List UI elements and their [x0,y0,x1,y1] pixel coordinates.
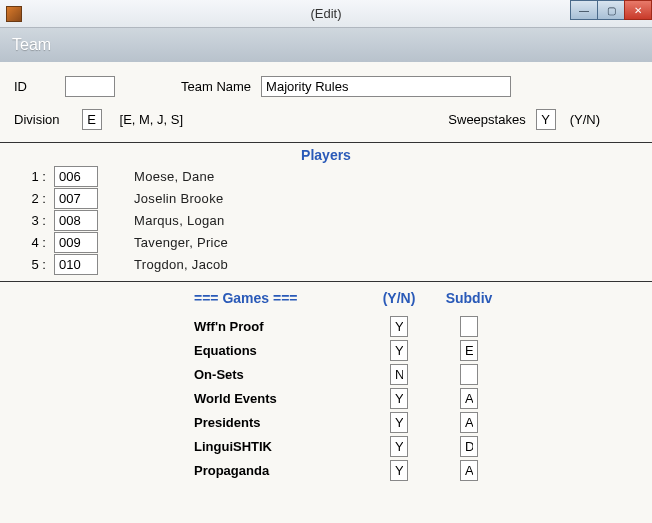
window-controls: — ▢ ✕ [571,0,652,20]
window-title: (Edit) [310,6,341,21]
player-index: 2 : [14,191,54,206]
game-yn-input[interactable] [390,460,408,481]
id-input[interactable] [65,76,115,97]
game-yn-input[interactable] [390,412,408,433]
sweepstakes-input[interactable] [536,109,556,130]
player-name: Moese, Dane [134,169,215,184]
section-title: Team [0,28,652,62]
game-yn-input[interactable] [390,316,408,337]
player-name: Joselin Brooke [134,191,223,206]
player-id-input[interactable] [54,188,98,209]
maximize-button[interactable]: ▢ [597,0,625,20]
game-subdiv-input[interactable] [460,340,478,361]
game-row: Equations [0,338,652,362]
subdiv-col-heading: Subdiv [434,290,504,306]
game-subdiv-input[interactable] [460,388,478,409]
division-input[interactable] [82,109,102,130]
player-id-input[interactable] [54,254,98,275]
row-id-teamname: ID Team Name [14,76,638,97]
titlebar: (Edit) — ▢ ✕ [0,0,652,28]
game-yn-input[interactable] [390,436,408,457]
minimize-button[interactable]: — [570,0,598,20]
app-icon [6,6,22,22]
row-division-sweeps: Division [E, M, J, S] Sweepstakes (Y/N) [14,109,638,130]
team-name-input[interactable] [261,76,511,97]
games-header-row: === Games === (Y/N) Subdiv [0,290,652,306]
game-name: Wff'n Proof [194,319,364,334]
players-list: 1 : Moese, Dane 2 : Joselin Brooke 3 : M… [0,165,652,281]
division-label: Division [14,112,60,127]
players-heading: Players [0,147,652,163]
game-row: World Events [0,386,652,410]
player-row: 4 : Tavenger, Price [14,231,638,253]
separator [0,142,652,143]
close-button[interactable]: ✕ [624,0,652,20]
game-row: On-Sets [0,362,652,386]
game-subdiv-input[interactable] [460,460,478,481]
game-yn-input[interactable] [390,340,408,361]
game-row: LinguiSHTIK [0,434,652,458]
game-yn-input[interactable] [390,388,408,409]
player-name: Tavenger, Price [134,235,228,250]
player-row: 5 : Trogdon, Jacob [14,253,638,275]
game-name: World Events [194,391,364,406]
player-name: Marqus, Logan [134,213,225,228]
game-subdiv-input[interactable] [460,412,478,433]
player-index: 4 : [14,235,54,250]
form-content: ID Team Name Division [E, M, J, S] Sweep… [0,62,652,130]
player-index: 5 : [14,257,54,272]
game-name: On-Sets [194,367,364,382]
game-row: Propaganda [0,458,652,482]
player-name: Trogdon, Jacob [134,257,228,272]
player-id-input[interactable] [54,210,98,231]
game-name: Equations [194,343,364,358]
game-yn-input[interactable] [390,364,408,385]
games-heading: === Games === [194,290,364,306]
game-subdiv-input[interactable] [460,316,478,337]
player-id-input[interactable] [54,232,98,253]
game-name: Propaganda [194,463,364,478]
team-name-label: Team Name [181,79,251,94]
player-row: 3 : Marqus, Logan [14,209,638,231]
game-name: LinguiSHTIK [194,439,364,454]
player-index: 3 : [14,213,54,228]
game-subdiv-input[interactable] [460,436,478,457]
id-label: ID [14,79,27,94]
games-block: === Games === (Y/N) Subdiv Wff'n Proof E… [0,282,652,482]
game-subdiv-input[interactable] [460,364,478,385]
sweepstakes-hint: (Y/N) [570,112,600,127]
player-row: 2 : Joselin Brooke [14,187,638,209]
yn-col-heading: (Y/N) [364,290,434,306]
game-name: Presidents [194,415,364,430]
division-hint: [E, M, J, S] [120,112,184,127]
player-id-input[interactable] [54,166,98,187]
player-index: 1 : [14,169,54,184]
game-row: Presidents [0,410,652,434]
sweepstakes-label: Sweepstakes [448,112,525,127]
game-row: Wff'n Proof [0,314,652,338]
player-row: 1 : Moese, Dane [14,165,638,187]
